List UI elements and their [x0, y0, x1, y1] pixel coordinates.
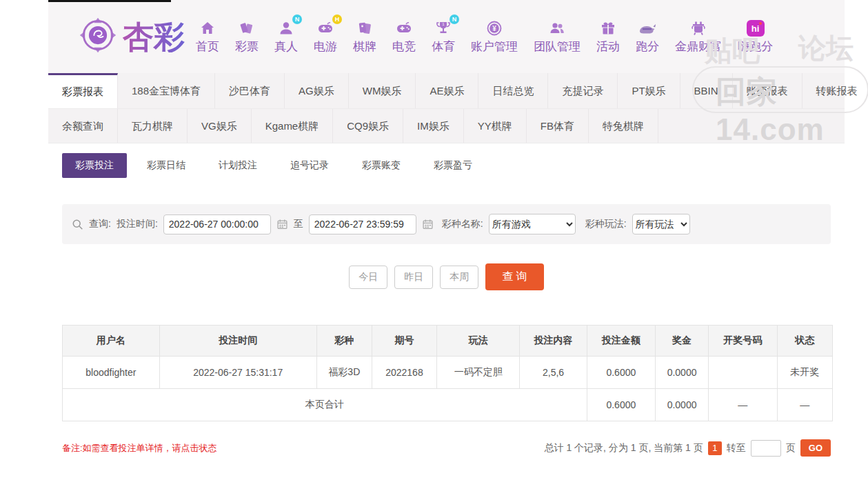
subtab-lottery-account-change[interactable]: 彩票账变	[349, 153, 414, 178]
col-username: 用户名	[63, 326, 160, 357]
rhino-icon	[637, 19, 658, 37]
cell-bet-amount: 0.6000	[587, 357, 655, 389]
bet-time-to-input[interactable]	[309, 214, 416, 234]
bet-time-label: 投注时间:	[117, 218, 158, 230]
tab-188-sports[interactable]: 188金宝博体育	[118, 73, 215, 108]
main-nav: 首页 彩票 N 真人	[196, 19, 773, 54]
nav-label: 棋牌	[353, 39, 376, 54]
live-person-icon: N	[277, 19, 295, 37]
nav-item-hi-paofen[interactable]: hi 嗨跑分	[738, 19, 773, 54]
tab-ag[interactable]: AG娱乐	[285, 73, 349, 108]
summary-draw-dash: —	[709, 389, 777, 421]
nav-badge: H	[332, 14, 342, 24]
nav-item-lottery[interactable]: 彩票	[235, 19, 259, 54]
gift-icon	[599, 19, 617, 37]
tab-im[interactable]: IM娱乐	[403, 109, 464, 143]
nav-badge: N	[450, 14, 459, 24]
nav-item-activities[interactable]: 活动	[596, 19, 620, 54]
lottery-tickets-icon	[238, 19, 256, 37]
goto-label: 转至	[727, 442, 746, 454]
tab-bbin[interactable]: BBIN	[680, 73, 733, 108]
nav-item-jinding-wealth[interactable]: 金鼎财富	[675, 19, 722, 54]
nav-label: 真人	[274, 39, 298, 54]
search-icon	[72, 219, 83, 230]
site-logo[interactable]: 杏彩	[77, 15, 185, 58]
nav-item-paofen[interactable]: 跑分	[636, 19, 659, 54]
bet-time-from-input[interactable]	[163, 214, 271, 234]
nav-item-home[interactable]: 首页	[196, 19, 219, 54]
tab-wm[interactable]: WM娱乐	[349, 73, 416, 108]
subtab-lottery-bets[interactable]: 彩票投注	[62, 153, 127, 178]
cell-draw-number	[709, 357, 777, 389]
game-name-select[interactable]: 所有游戏	[489, 214, 576, 234]
subtab-plan-bets[interactable]: 计划投注	[205, 153, 270, 178]
nav-label: 跑分	[636, 39, 659, 54]
goto-page-input[interactable]	[751, 440, 781, 457]
nav-label: 电游	[314, 39, 337, 54]
nav-item-boardgames[interactable]: 棋牌	[353, 19, 376, 54]
nav-item-sports[interactable]: 1 N 体育	[432, 19, 455, 54]
tab-ae[interactable]: AE娱乐	[416, 73, 478, 108]
tab-yy[interactable]: YY棋牌	[464, 109, 527, 143]
nav-item-live[interactable]: N 真人	[274, 19, 298, 54]
bets-table: 用户名 投注时间 彩种 期号 玩法 投注内容 投注金额 奖金 开奖号码 状态 b…	[62, 325, 833, 421]
page-unit-label: 页	[786, 442, 796, 454]
nav-item-egame[interactable]: H 电游	[314, 19, 337, 54]
search-button[interactable]: 查 询	[485, 263, 543, 290]
nav-label: 首页	[196, 39, 219, 54]
tab-account-change-report[interactable]: 账变报表	[733, 73, 803, 108]
tab-tetu[interactable]: 特兔棋牌	[589, 109, 658, 143]
tripod-icon	[689, 19, 707, 37]
quick-range-buttons: 今日 昨日 本周 查 询	[48, 263, 845, 290]
report-tabs-row2: 余额查询 瓦力棋牌 VG娱乐 Kgame棋牌 CQ9娱乐 IM娱乐 YY棋牌 F…	[48, 109, 845, 143]
tab-lottery-report[interactable]: 彩票报表	[48, 73, 118, 108]
trophy-icon: 1 N	[434, 19, 452, 37]
pagination-summary: 总计 1 个记录, 分为 1 页, 当前第 1 页	[545, 442, 703, 454]
egame-gamepad-icon: H	[316, 19, 335, 37]
yesterday-button[interactable]: 昨日	[394, 266, 433, 289]
nav-item-esports[interactable]: 电竞	[392, 19, 416, 54]
nav-badge: N	[292, 14, 302, 24]
today-button[interactable]: 今日	[349, 266, 387, 289]
col-bet-content: 投注内容	[520, 326, 587, 357]
svg-text:¥: ¥	[492, 25, 496, 32]
tab-daily-overview[interactable]: 日结总览	[478, 73, 548, 108]
play-type-select[interactable]: 所有玩法	[632, 214, 690, 234]
nav-label: 嗨跑分	[738, 39, 773, 54]
tab-fb-sports[interactable]: FB体育	[527, 109, 589, 143]
nav-label: 彩票	[235, 39, 259, 54]
cell-play-type: 一码不定胆	[436, 357, 520, 389]
tab-transfer-report[interactable]: 转账报表	[803, 73, 868, 108]
tab-deposit-withdraw[interactable]: 充提记录	[548, 73, 618, 108]
go-button[interactable]: GO	[800, 439, 831, 457]
week-button[interactable]: 本周	[440, 266, 478, 289]
tab-balance-query[interactable]: 余额查询	[48, 109, 118, 143]
col-lottery-type: 彩种	[316, 326, 372, 357]
summary-bet-total: 0.6000	[587, 389, 655, 421]
current-page-button[interactable]: 1	[708, 441, 722, 455]
subtab-lottery-profit-loss[interactable]: 彩票盈亏	[421, 153, 485, 178]
tab-shaba-sports[interactable]: 沙巴体育	[215, 73, 285, 108]
nav-item-team-management[interactable]: 团队管理	[534, 19, 581, 54]
top-navigation: 杏彩 首页 彩票 N	[48, 0, 845, 73]
calendar-icon[interactable]	[276, 219, 288, 230]
nav-item-account-management[interactable]: ¥ 账户管理	[471, 19, 518, 54]
lottery-subtabs: 彩票投注 彩票日结 计划投注 追号记录 彩票账变 彩票盈亏	[62, 153, 831, 178]
nav-label: 团队管理	[534, 39, 581, 54]
game-name-label: 彩种名称:	[442, 218, 483, 230]
cell-prize: 0.0000	[656, 357, 709, 389]
table-row: bloodfighter 2022-06-27 15:31:17 福彩3D 20…	[63, 357, 833, 389]
col-prize: 奖金	[656, 326, 709, 357]
subtab-lottery-daily[interactable]: 彩票日结	[134, 153, 199, 178]
tab-wali[interactable]: 瓦力棋牌	[118, 109, 188, 143]
tab-kgame[interactable]: Kgame棋牌	[252, 109, 334, 143]
cell-status-link[interactable]: 未开奖	[777, 357, 832, 389]
tab-vg[interactable]: VG娱乐	[188, 109, 252, 143]
subtab-chase-records[interactable]: 追号记录	[277, 153, 342, 178]
col-issue: 期号	[372, 326, 437, 357]
content-shell: 杏彩 首页 彩票 N	[48, 0, 845, 457]
tab-cq9[interactable]: CQ9娱乐	[333, 109, 403, 143]
col-bet-amount: 投注金额	[587, 326, 655, 357]
tab-pt[interactable]: PT娱乐	[618, 73, 680, 108]
calendar-icon[interactable]	[422, 219, 434, 230]
